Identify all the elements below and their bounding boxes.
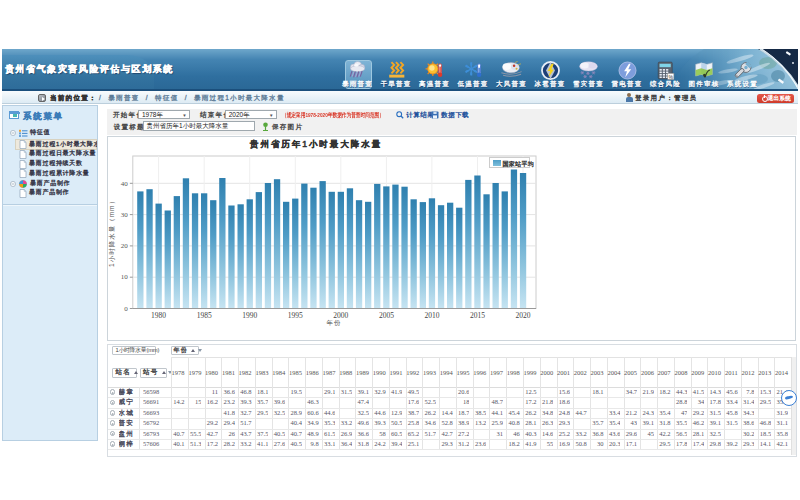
svg-text:%: %	[669, 74, 674, 80]
svg-text:0: 0	[124, 305, 128, 313]
svg-text:1985: 1985	[197, 311, 212, 320]
svg-text:1980: 1980	[151, 311, 166, 320]
svg-text:2005: 2005	[379, 311, 394, 320]
svg-text:2015: 2015	[470, 311, 485, 320]
svg-text:1995: 1995	[288, 311, 303, 320]
svg-text:20: 20	[121, 242, 129, 250]
svg-text:30: 30	[121, 211, 129, 219]
svg-text:年份: 年份	[327, 319, 342, 327]
svg-text:1990: 1990	[242, 311, 257, 320]
svg-text:10: 10	[121, 273, 129, 281]
svg-text:2010: 2010	[424, 311, 439, 320]
svg-text:2020: 2020	[516, 311, 531, 320]
svg-text:1小时降水量（mm）: 1小时降水量（mm）	[108, 197, 116, 267]
svg-text:40: 40	[121, 180, 129, 188]
